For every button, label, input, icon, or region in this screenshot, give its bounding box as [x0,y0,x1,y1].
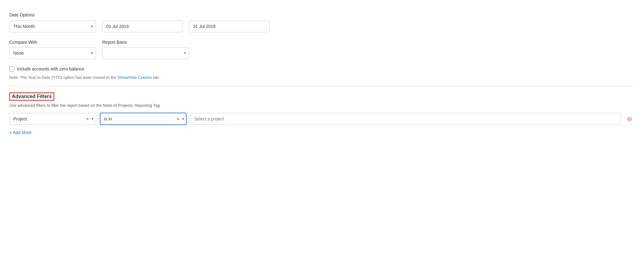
condition-clear-button[interactable]: ✕ [176,117,180,121]
advanced-filters-title: Advanced Filters [9,92,54,101]
date-option-dropdown-wrapper: This Month Last Month This Quarter Last … [9,20,96,32]
end-date-input[interactable] [189,20,270,32]
compare-with-select[interactable]: None Previous Period Previous Year [9,47,96,59]
filter-row: Project Reporting Tag ✕ ▾ is in is not i… [9,113,635,125]
report-basis-select[interactable]: Accrual Cash [102,47,189,59]
zero-balance-checkbox[interactable] [9,66,14,71]
note-suffix: tab. [152,75,160,80]
date-options-label: Date Options [9,12,635,17]
advanced-filters-description: Use advanced filters to filter the repor… [9,103,635,108]
show-hide-column-link[interactable]: Show/Hide Column [117,75,152,80]
compare-with-label: Compare With [9,40,96,45]
note-prefix: Note: The Year to Date (YTD) option has … [9,75,117,80]
compare-with-wrapper: None Previous Period Previous Year ▾ [9,47,96,59]
add-more-button[interactable]: + Add More [9,130,32,135]
compare-with-group: Compare With None Previous Period Previo… [9,40,96,59]
advanced-filters-section: Advanced Filters Use advanced filters to… [9,92,635,135]
field-dropdown-wrapper: Project Reporting Tag ✕ ▾ [9,113,96,125]
date-options-row: This Month Last Month This Quarter Last … [9,20,635,32]
section-divider [9,86,635,86]
zero-balance-label: Include accounts with zero balance [17,66,84,71]
note-text: Note: The Year to Date (YTD) option has … [9,75,635,80]
date-option-select[interactable]: This Month Last Month This Quarter Last … [9,20,96,32]
field-clear-button[interactable]: ✕ [86,117,89,121]
compare-report-row: Compare With None Previous Period Previo… [9,40,635,59]
report-basis-group: Report Basis Accrual Cash ▾ [102,40,189,59]
report-basis-wrapper: Accrual Cash ▾ [102,47,189,59]
date-options-section: Date Options This Month Last Month This … [9,12,635,80]
remove-filter-button[interactable]: ⊖ [624,116,635,122]
condition-dropdown-wrapper: is in is not in ✕ ▾ [100,113,187,125]
start-date-input[interactable] [102,20,183,32]
report-basis-label: Report Basis [102,40,189,45]
condition-select[interactable]: is in is not in [100,113,187,125]
project-value-input[interactable] [190,113,621,125]
zero-balance-row: Include accounts with zero balance [9,66,635,71]
field-select[interactable]: Project Reporting Tag [9,113,96,125]
